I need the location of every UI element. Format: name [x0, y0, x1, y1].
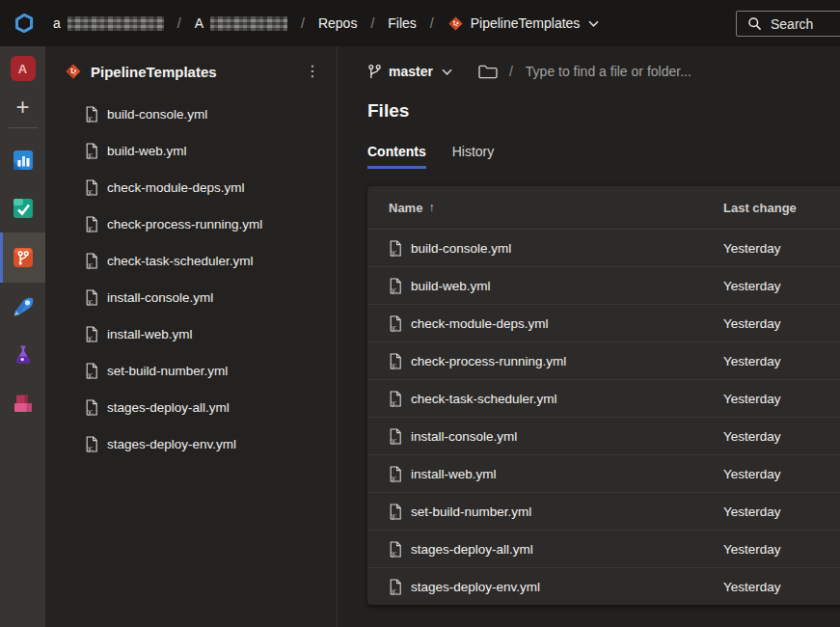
top-bar: a / A / Repos / Files / PipelineTemplate…	[0, 0, 840, 46]
table-row[interactable]: y: install-web.yml Yesterday	[367, 454, 840, 492]
tree-item[interactable]: y: install-web.yml	[45, 315, 337, 352]
table-row[interactable]: y: check-task-scheduler.yml Yesterday	[367, 379, 840, 417]
tree-item-label: build-web.yml	[107, 144, 187, 158]
org-name-redacted	[68, 16, 164, 31]
test-plans-flask-icon	[11, 342, 36, 368]
yaml-file-icon: y:	[85, 143, 98, 159]
table-row[interactable]: y: check-process-running.yml Yesterday	[367, 341, 840, 379]
tree-item[interactable]: y: build-console.yml	[45, 95, 337, 132]
yaml-file-icon: y:	[389, 240, 402, 257]
column-header-name[interactable]: Name ↑	[389, 201, 723, 215]
tree-item[interactable]: y: build-web.yml	[45, 132, 337, 169]
svg-text:y:: y:	[88, 224, 93, 232]
file-name: stages-deploy-env.yml	[411, 580, 540, 594]
tree-item-label: check-module-deps.yml	[107, 180, 245, 195]
svg-text:y:: y:	[88, 187, 93, 195]
repo-diamond-icon	[447, 15, 464, 32]
branch-selector[interactable]: master	[367, 64, 452, 79]
main-content: master / Files Contents History Name	[339, 46, 840, 627]
breadcrumb-repos[interactable]: Repos	[318, 15, 357, 31]
find-file-input[interactable]	[526, 64, 786, 79]
repo-title: PipelineTemplates	[91, 64, 217, 80]
breadcrumb-separator: /	[370, 15, 374, 31]
artifacts-boxes-icon	[11, 391, 36, 416]
file-name: set-build-number.yml	[411, 504, 531, 519]
tree-item[interactable]: y: check-process-running.yml	[45, 205, 337, 242]
more-options-button[interactable]: ⋮	[302, 63, 323, 80]
tree-item[interactable]: y: check-task-scheduler.yml	[45, 242, 337, 279]
search-input[interactable]	[771, 16, 840, 32]
project-avatar[interactable]: A	[11, 56, 36, 81]
svg-text:y:: y:	[392, 474, 396, 481]
tree-item-label: check-process-running.yml	[107, 217, 262, 232]
sidebar-item-artifacts[interactable]	[0, 379, 45, 427]
tab-contents[interactable]: Contents	[367, 144, 426, 169]
tree-item-label: install-console.yml	[107, 290, 213, 305]
table-row[interactable]: y: install-console.yml Yesterday	[367, 417, 840, 454]
file-name: install-web.yml	[411, 467, 497, 481]
chevron-down-icon	[588, 20, 599, 27]
file-name: install-console.yml	[411, 429, 517, 444]
table-row[interactable]: y: build-console.yml Yesterday	[367, 229, 840, 266]
yaml-file-icon: y:	[85, 289, 98, 306]
breadcrumb-separator: /	[430, 15, 434, 31]
last-change-value: Yesterday	[723, 354, 840, 368]
tree-item-label: set-build-number.yml	[107, 364, 228, 378]
sidebar-item-overview[interactable]	[0, 136, 45, 184]
tab-history[interactable]: History	[452, 144, 495, 169]
file-name: build-console.yml	[411, 241, 511, 256]
last-change-value: Yesterday	[723, 504, 840, 519]
yaml-file-icon: y:	[389, 466, 402, 482]
azure-devops-logo-icon[interactable]	[13, 12, 36, 35]
repo-diamond-icon	[65, 63, 82, 80]
table-row[interactable]: y: stages-deploy-all.yml Yesterday	[367, 530, 840, 567]
breadcrumb-repo-picker[interactable]: PipelineTemplates	[447, 15, 600, 32]
sidebar-item-pipelines[interactable]	[0, 283, 45, 331]
last-change-value: Yesterday	[723, 316, 840, 331]
org-prefix: a	[53, 15, 61, 31]
file-name: check-task-scheduler.yml	[411, 392, 557, 406]
tree-item[interactable]: y: check-module-deps.yml	[45, 169, 337, 205]
tree-item[interactable]: y: stages-deploy-all.yml	[45, 389, 337, 425]
tree-item-label: stages-deploy-env.yml	[107, 437, 236, 451]
svg-text:y:: y:	[392, 586, 396, 594]
last-change-value: Yesterday	[723, 542, 840, 557]
column-header-last-change[interactable]: Last change	[723, 201, 840, 215]
svg-text:y:: y:	[392, 398, 396, 406]
yaml-file-icon: y:	[389, 278, 402, 294]
column-name-label: Name	[389, 201, 422, 215]
tree-item[interactable]: y: stages-deploy-env.yml	[45, 425, 337, 462]
boards-check-icon	[11, 196, 36, 221]
rail-nav	[0, 136, 45, 427]
table-row[interactable]: y: set-build-number.yml Yesterday	[367, 492, 840, 530]
root-folder-button[interactable]	[478, 65, 498, 79]
overview-chart-icon	[11, 148, 36, 173]
svg-text:y:: y:	[88, 260, 93, 268]
tree-item[interactable]: y: set-build-number.yml	[45, 352, 337, 389]
sidebar-item-boards[interactable]	[0, 184, 45, 232]
sidebar-item-repos[interactable]	[0, 232, 45, 283]
sidebar-item-test-plans[interactable]	[0, 331, 45, 379]
files-table-card: Name ↑ Last change y:	[367, 186, 840, 605]
breadcrumb-organization[interactable]: a	[53, 15, 164, 31]
table-row[interactable]: y: stages-deploy-env.yml Yesterday	[367, 567, 840, 605]
yaml-file-icon: y:	[85, 363, 98, 379]
svg-text:y:: y:	[88, 370, 93, 378]
table-row[interactable]: y: check-module-deps.yml Yesterday	[367, 304, 840, 341]
svg-text:y:: y:	[88, 114, 93, 122]
add-new-button[interactable]: +	[15, 94, 29, 121]
yaml-file-icon: y:	[389, 541, 402, 558]
svg-text:y:: y:	[392, 361, 396, 368]
tree-item[interactable]: y: install-console.yml	[45, 279, 337, 315]
search-box[interactable]	[736, 11, 840, 37]
column-last-change-label: Last change	[723, 201, 797, 215]
last-change-value: Yesterday	[723, 392, 840, 406]
svg-text:y:: y:	[392, 511, 396, 519]
breadcrumb: a / A / Repos / Files / PipelineTemplate…	[53, 15, 599, 32]
table-row[interactable]: y: build-web.yml Yesterday	[367, 266, 840, 304]
breadcrumb-files[interactable]: Files	[388, 15, 417, 31]
breadcrumb-project[interactable]: A	[195, 15, 287, 31]
left-nav-rail: A +	[0, 46, 45, 627]
last-change-value: Yesterday	[723, 429, 840, 444]
yaml-file-icon: y:	[85, 399, 98, 416]
